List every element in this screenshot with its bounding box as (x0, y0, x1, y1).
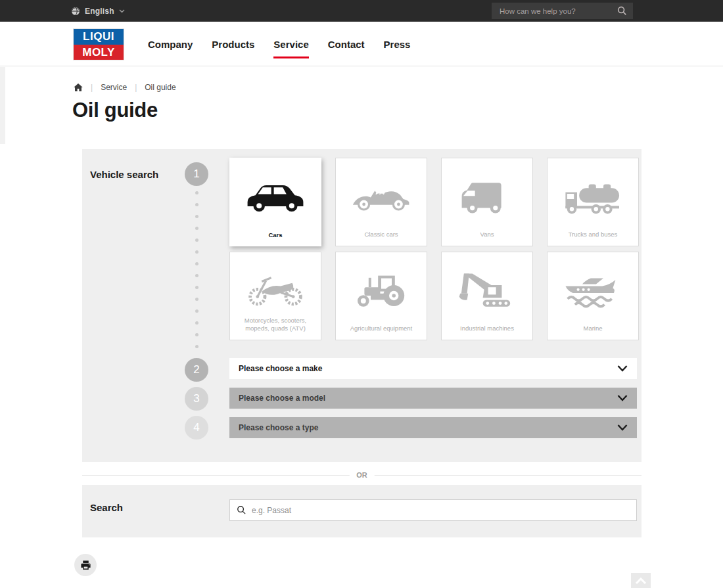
type-dropdown-label: Please choose a type (239, 423, 617, 432)
step-trail-dot (195, 191, 198, 194)
or-divider: OR (82, 469, 641, 481)
nav-item-service[interactable]: Service (273, 35, 308, 54)
boat-icon (561, 267, 624, 314)
printer-icon (80, 560, 91, 571)
model-dropdown[interactable]: Please choose a model (229, 388, 637, 409)
car-icon (244, 172, 307, 219)
motorcycle-icon (244, 267, 307, 314)
page-background-strip (0, 67, 5, 144)
logo-line2: MOLY (74, 45, 124, 60)
scroll-to-top-button[interactable] (631, 573, 651, 588)
truck-icon (561, 173, 624, 220)
search-icon (237, 505, 246, 515)
tile-label: Cars (233, 231, 318, 239)
nav-item-company[interactable]: Company (148, 35, 193, 54)
tile-vans[interactable]: Vans (441, 158, 533, 246)
model-dropdown-label: Please choose a model (239, 394, 617, 403)
tile-cars[interactable]: Cars (229, 158, 321, 246)
nav-item-press[interactable]: Press (384, 35, 411, 54)
step-trail-dot (195, 286, 198, 289)
page-title: Oil guide (72, 99, 158, 122)
tile-label: Classic cars (339, 231, 423, 238)
step-trail-dot (195, 345, 198, 348)
step-circle-3: 3 (185, 387, 208, 411)
vehicle-search-panel: Vehicle search 1 2 3 4 Cars Classic (82, 149, 641, 462)
or-label: OR (349, 469, 375, 481)
step-circle-1: 1 (185, 162, 208, 186)
liqui-moly-logo[interactable]: LIQUI MOLY (74, 29, 124, 60)
make-dropdown-label: Please choose a make (239, 364, 617, 373)
tile-industrial-machines[interactable]: Industrial machines (441, 252, 533, 340)
step-trail-dot (195, 274, 198, 277)
breadcrumb-service[interactable]: Service (101, 83, 127, 92)
tile-motorcycles[interactable]: Motorcycles, scooters, mopeds, quads (AT… (229, 252, 321, 340)
step-trail-dot (195, 262, 198, 265)
tile-label: Trucks and buses (551, 231, 635, 238)
chevron-down-icon (617, 424, 628, 431)
oil-guide-page: English LIQUI MOLY Company Products Serv… (0, 0, 723, 588)
step-trail-dot (195, 298, 198, 301)
tile-label: Marine (551, 325, 635, 332)
classic-car-icon (350, 173, 413, 220)
text-search-panel: Search (82, 485, 641, 537)
step-circle-4: 4 (185, 416, 208, 440)
tile-classic-cars[interactable]: Classic cars (335, 158, 427, 246)
tractor-icon (350, 267, 413, 314)
nav-item-contact[interactable]: Contact (328, 35, 365, 54)
tile-label: Industrial machines (445, 325, 529, 332)
step-trail-dot (195, 215, 198, 218)
home-icon[interactable] (74, 83, 83, 91)
step-trail-dot (195, 309, 198, 313)
search-icon[interactable] (617, 6, 627, 16)
step-trail-dot (195, 238, 198, 242)
breadcrumb-oil-guide: Oil guide (145, 83, 175, 92)
step-trail-dot (195, 203, 198, 206)
make-dropdown[interactable]: Please choose a make (229, 358, 637, 379)
breadcrumb-separator: | (135, 83, 137, 92)
chevron-down-icon (617, 365, 628, 372)
step-circle-2: 2 (185, 358, 208, 382)
nav-item-products[interactable]: Products (212, 35, 254, 54)
chevron-down-icon (119, 9, 125, 13)
language-selector[interactable]: English (71, 0, 125, 22)
vehicle-search-field (229, 499, 637, 521)
step-trail-dot (195, 321, 198, 325)
main-nav: Company Products Service Contact Press (148, 22, 429, 66)
step-trail-dot (195, 333, 198, 336)
language-label: English (85, 7, 114, 16)
step-trail-dot (195, 250, 198, 254)
step-trail-dot (195, 227, 198, 230)
tile-agricultural-equipment[interactable]: Agricultural equipment (335, 252, 427, 340)
main-header: LIQUI MOLY Company Products Service Cont… (0, 22, 723, 66)
site-search-input[interactable] (492, 7, 617, 15)
chevron-down-icon (617, 395, 628, 401)
logo-line1: LIQUI (74, 29, 124, 45)
tile-label: Motorcycles, scooters, mopeds, quads (AT… (233, 317, 317, 332)
globe-icon (71, 7, 80, 16)
chevron-up-icon (635, 577, 647, 585)
site-search-box (492, 3, 633, 19)
vehicle-search-input[interactable] (252, 506, 630, 515)
breadcrumb-separator: | (91, 83, 93, 92)
tile-trucks-and-buses[interactable]: Trucks and buses (547, 158, 639, 246)
tile-label: Agricultural equipment (339, 325, 423, 332)
excavator-icon (455, 267, 519, 314)
breadcrumb: | Service | Oil guide (74, 83, 176, 92)
type-dropdown[interactable]: Please choose a type (229, 417, 637, 438)
top-utility-bar: English (0, 0, 723, 22)
van-icon (455, 173, 519, 220)
tile-label: Vans (445, 231, 529, 238)
vehicle-search-label: Vehicle search (90, 169, 158, 180)
search-label: Search (90, 502, 123, 513)
print-button[interactable] (74, 554, 97, 576)
tile-marine[interactable]: Marine (547, 252, 639, 340)
